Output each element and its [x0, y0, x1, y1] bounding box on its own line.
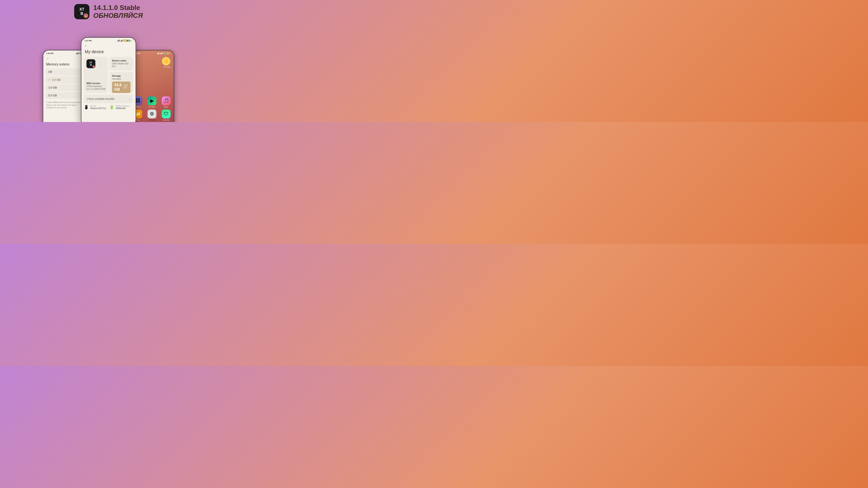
version-label: 14.1.1.0 Stable: [93, 4, 143, 12]
battery-capacity-label: Battery capacity: [116, 105, 129, 107]
center-time: 1:31 PM: [84, 40, 92, 42]
device-name-label: Device name: [112, 59, 130, 62]
app-icon-badge: 🔥: [84, 13, 88, 18]
left-wifi-icon: ▾: [79, 52, 80, 55]
battery-info-item: 🔋 Battery capacity 4000mAh: [110, 105, 133, 109]
center-signal-icon: [117, 40, 120, 41]
memory-option-2gb[interactable]: ✓ 2.0 GB: [45, 76, 85, 83]
app-row-2: 📁 Files ⚙ Settings 🛡 Security: [133, 109, 171, 121]
memory-off-label: Off: [48, 70, 52, 73]
battery-capacity-value: 4000mAh: [116, 107, 129, 109]
phones-container: 1:32 PM ▾ ← Memory extens Off ✓ 2.0 GB: [13, 37, 204, 122]
home-app-grid: 🖼 Gallery ▶ Mi Video 🎵 Music 📁: [133, 96, 171, 122]
storage-label: Storage: [112, 74, 130, 77]
check-icon: ✓: [48, 78, 51, 82]
right-charging-icon: ⚡: [168, 52, 171, 55]
mi-video-app[interactable]: ▶ Mi Video: [147, 96, 157, 108]
benefits-row[interactable]: Check available benefits ›: [84, 95, 133, 103]
center-phone: 1:31 PM 📶 ⚡ ← My device XTB: [81, 37, 136, 122]
device-label: Device: [90, 105, 106, 107]
memory-5gb-label: 5.0 GB: [48, 94, 57, 97]
mi-video-icon: ▶: [148, 96, 156, 105]
security-app[interactable]: 🛡 Security: [161, 109, 171, 121]
storage-used-value: 34.6 GB: [114, 83, 123, 92]
app-row-1: 🖼 Gallery ▶ Mi Video 🎵 Music: [133, 96, 171, 108]
mini-badge-icon: 🔥: [92, 65, 95, 68]
security-label: Security: [163, 119, 169, 121]
bottom-info-row: 📱 Device Redmi K20 Pro 🔋 Battery capacit…: [82, 105, 135, 109]
settings-icon: ⚙: [148, 109, 156, 119]
right-status-bar: 1:32 PM ▾ ⚡: [130, 51, 174, 55]
header: XTB 🔥 14.1.1.0 Stable ОБНОВЛЯЙСЯ: [0, 0, 217, 20]
center-wifi-icon: 📶: [123, 39, 126, 42]
music-label: Music: [164, 106, 168, 108]
tagline-label: ОБНОВЛЯЙСЯ: [93, 12, 143, 20]
app-icon: XTB 🔥: [74, 4, 89, 19]
miui-value1: XTBUI Standard: [87, 85, 105, 88]
memory-option-off[interactable]: Off: [45, 68, 85, 75]
weather-no-data: No data: [164, 66, 170, 68]
memory-3gb-label: 3.0 GB: [48, 86, 57, 89]
storage-total-value: /128 GB: [124, 84, 128, 89]
miui-label: MIUI version: [87, 82, 105, 85]
right-phone: 1:32 PM ▾ ⚡ ☀️ No data: [130, 50, 174, 122]
memory-options-list: Off ✓ 2.0 GB 3.0 GB 5.0 GB: [43, 68, 87, 99]
center-signal-icon2: [120, 40, 123, 41]
device-info-text: Device Redmi K20 Pro: [90, 105, 106, 109]
miui-value2: 14.1.1.0.SDVCNXM: [87, 88, 105, 91]
device-name-value: OMi's Redmi K20 Pro: [112, 62, 130, 68]
settings-label: Settings: [149, 119, 155, 121]
right-signal-icon: [157, 52, 159, 54]
right-wifi-icon: ▾: [163, 52, 164, 55]
weather-icon: ☀️: [162, 57, 170, 65]
right-battery-icon: [164, 53, 168, 54]
files-label: Files: [136, 119, 140, 121]
left-back-button[interactable]: ←: [43, 55, 87, 62]
center-screen-title: My device: [82, 49, 135, 57]
settings-app[interactable]: ⚙ Settings: [147, 109, 157, 121]
storage-card: Storage Occupied 34.6 GB /128 GB: [110, 72, 133, 93]
battery-device-icon: 🔋: [110, 105, 114, 109]
memory-option-5gb[interactable]: 5.0 GB: [45, 92, 85, 99]
left-time: 1:32 PM: [46, 52, 53, 55]
music-app[interactable]: 🎵 Music: [161, 96, 171, 108]
memory-option-3gb[interactable]: 3.0 GB: [45, 84, 85, 91]
center-status-bar: 1:31 PM 📶 ⚡: [82, 38, 135, 42]
center-battery-icon: [126, 40, 130, 41]
left-phone: 1:32 PM ▾ ← Memory extens Off ✓ 2.0 GB: [43, 50, 87, 122]
device-info-item: 📱 Device Redmi K20 Pro: [84, 105, 107, 109]
battery-info-text: Battery capacity 4000mAh: [116, 105, 129, 109]
left-status-bar: 1:32 PM ▾: [43, 51, 87, 55]
left-signal-icon: [76, 52, 78, 54]
right-status-icons: ▾ ⚡: [157, 52, 171, 55]
device-value: Redmi K20 Pro: [90, 107, 106, 109]
left-screen-title: Memory extens: [43, 62, 87, 68]
memory-2gb-label: 2.0 GB: [52, 78, 60, 82]
app-info-card: XTB 🔥 MIUI version XTBUI Standard 14.1.1…: [84, 57, 108, 93]
chevron-right-icon: ›: [129, 97, 130, 101]
mini-icon-letters: XTB: [90, 61, 92, 66]
header-text: 14.1.1.0 Stable ОБНОВЛЯЙСЯ: [93, 4, 143, 20]
weather-widget: ☀️ No data: [133, 57, 171, 68]
device-info-grid: XTB 🔥 MIUI version XTBUI Standard 14.1.1…: [82, 57, 135, 93]
benefits-text: Check available benefits: [87, 97, 115, 100]
occupied-label: Occupied: [112, 77, 130, 80]
mini-app-icon: XTB 🔥: [87, 59, 95, 68]
device-name-card: Device name OMi's Redmi K20 Pro: [110, 57, 133, 70]
storage-bar: 34.6 GB /128 GB: [112, 82, 130, 93]
security-icon: 🛡: [162, 109, 170, 119]
home-screen-content: ☀️ No data 🖼 Gallery ▶ Mi Video 🎵 Music: [130, 55, 174, 122]
mi-video-label: Mi Video: [149, 106, 155, 108]
center-charging-icon: ⚡: [130, 40, 133, 42]
music-icon: 🎵: [162, 96, 170, 105]
center-back-button[interactable]: ←: [82, 42, 135, 49]
phone-icon: 📱: [84, 105, 89, 109]
center-status-icons: 📶 ⚡: [117, 39, 133, 42]
right-signal-icon2: [160, 52, 162, 54]
memory-description: Create additional RAM by occupying this …: [43, 99, 87, 111]
